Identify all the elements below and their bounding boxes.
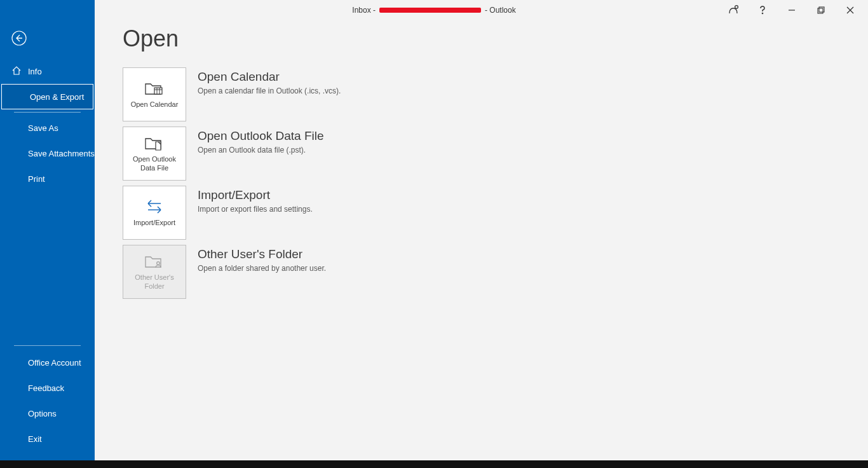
nav-save-as-label: Save As [28, 123, 58, 133]
svg-point-22 [157, 262, 160, 265]
option-import-export: Import/Export Import/Export Import or ex… [123, 186, 840, 240]
other-user-folder-tile-label: Other User's Folder [126, 273, 183, 290]
back-button[interactable] [6, 25, 32, 51]
open-data-file-tile[interactable]: Open Outlook Data File [123, 127, 186, 181]
svg-point-11 [762, 13, 763, 14]
nav-print[interactable]: Print [0, 166, 95, 191]
nav-office-account[interactable]: Office Account [0, 350, 95, 375]
nav-exit-label: Exit [28, 434, 42, 444]
close-button[interactable] [841, 1, 859, 19]
open-data-file-tile-label: Open Outlook Data File [126, 155, 183, 172]
option-open-calendar: Open Calendar Open Calendar Open a calen… [123, 67, 840, 121]
title-suffix: - Outlook [485, 6, 516, 15]
open-data-file-desc: Open an Outlook data file (.pst). [198, 146, 324, 155]
nav-save-attachments-label: Save Attachments [28, 149, 95, 158]
nav-feedback[interactable]: Feedback [0, 375, 95, 401]
nav-feedback-label: Feedback [28, 383, 64, 393]
import-export-tile-label: Import/Export [133, 219, 175, 227]
nav-exit[interactable]: Exit [0, 426, 95, 451]
coming-soon-icon[interactable] [724, 1, 742, 19]
nav-info-label: Info [28, 67, 42, 76]
nav-save-attachments[interactable]: Save Attachments [0, 141, 95, 166]
nav-save-as[interactable]: Save As [0, 115, 95, 141]
nav-divider-bottom [14, 345, 81, 346]
option-other-user-folder: Other User's Folder Other User's Folder … [123, 245, 840, 299]
svg-rect-13 [818, 8, 823, 13]
open-calendar-tile[interactable]: Open Calendar [123, 67, 186, 121]
other-user-folder-icon [144, 253, 165, 270]
data-file-icon [144, 135, 165, 151]
redacted-account [379, 8, 481, 13]
other-user-folder-title: Other User's Folder [198, 247, 326, 261]
svg-rect-14 [819, 7, 824, 12]
window-controls [715, 0, 868, 20]
nav-open-export-label: Open & Export [30, 92, 84, 102]
backstage-sidebar: Info Open & Export Save As Save Attachme… [0, 0, 95, 460]
other-user-folder-desc: Open a folder shared by another user. [198, 264, 326, 273]
nav-options[interactable]: Options [0, 401, 95, 426]
import-export-desc: Import or export files and settings. [198, 205, 313, 214]
nav-divider [14, 112, 81, 113]
calendar-folder-icon [144, 80, 165, 97]
svg-rect-18 [154, 88, 162, 94]
home-icon [11, 65, 22, 78]
open-calendar-desc: Open a calendar file in Outlook (.ics, .… [198, 86, 341, 95]
nav-print-label: Print [28, 174, 45, 184]
open-calendar-title: Open Calendar [198, 70, 341, 84]
option-open-data-file: Open Outlook Data File Open Outlook Data… [123, 127, 840, 181]
page-title: Open [123, 25, 840, 52]
import-export-icon [144, 198, 165, 215]
open-data-file-title: Open Outlook Data File [198, 129, 324, 143]
nav-info[interactable]: Info [0, 59, 95, 84]
title-bar: Inbox - - Outlook [0, 0, 868, 20]
svg-point-10 [735, 6, 738, 9]
open-calendar-tile-label: Open Calendar [131, 100, 179, 109]
import-export-tile[interactable]: Import/Export [123, 186, 186, 240]
help-icon[interactable] [754, 1, 771, 19]
minimize-button[interactable] [783, 1, 801, 19]
main-content: Open Open Calendar Open Calendar Open a … [95, 0, 868, 460]
import-export-title: Import/Export [198, 188, 313, 202]
nav-open-export[interactable]: Open & Export [1, 84, 93, 109]
nav-options-label: Options [28, 409, 57, 418]
maximize-button[interactable] [812, 1, 830, 19]
taskbar [0, 460, 868, 468]
nav-office-account-label: Office Account [28, 358, 81, 368]
other-user-folder-tile[interactable]: Other User's Folder [123, 245, 186, 299]
title-prefix: Inbox - [352, 6, 376, 15]
